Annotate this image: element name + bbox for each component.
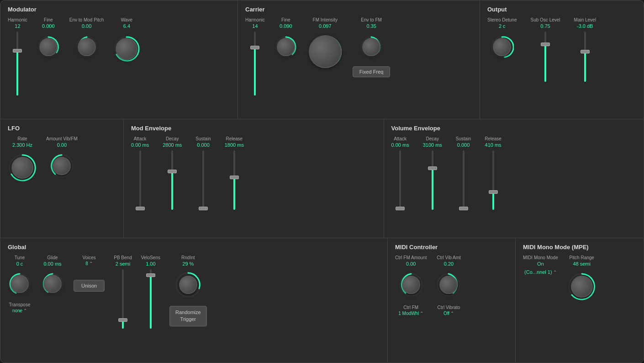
pb-bend-slider[interactable] bbox=[122, 269, 124, 338]
fine-knob[interactable] bbox=[39, 38, 58, 56]
ctrl-fm-amount-knob[interactable] bbox=[402, 276, 420, 294]
modulator-fine: Fine 0.000 bbox=[37, 17, 60, 59]
lfo-rate-knob[interactable] bbox=[11, 157, 33, 179]
voices-arrow: ⌃ bbox=[89, 261, 93, 266]
voices-dropdown[interactable]: 8 ⌃ bbox=[85, 261, 93, 266]
carrier-fine-knob-container[interactable] bbox=[274, 35, 298, 59]
output-sub-osc: Sub Osc Level 0.75 bbox=[531, 17, 560, 91]
modulator-wave: Wave 6.4 bbox=[113, 17, 140, 63]
env-fm-knob-container[interactable] bbox=[359, 35, 383, 59]
ctrl-vibrato-dropdown[interactable]: Off ⌃ bbox=[443, 311, 454, 316]
velo-sens-value: 1.00 bbox=[146, 261, 155, 267]
rnd-int-knob-container[interactable] bbox=[174, 271, 202, 299]
harmonic-thumb[interactable] bbox=[13, 49, 22, 53]
vol-attack-track bbox=[399, 150, 401, 210]
transpose-dropdown[interactable]: none ⌃ bbox=[12, 308, 27, 313]
velo-sens-slider[interactable] bbox=[150, 269, 152, 338]
mod-attack-slider[interactable] bbox=[139, 150, 141, 219]
midi-channel-dropdown[interactable]: (Co...nnel 1) ⌃ bbox=[524, 269, 557, 275]
pitch-range-knob[interactable] bbox=[571, 276, 593, 298]
vol-decay-track bbox=[432, 150, 433, 210]
tune-knob-container[interactable] bbox=[8, 272, 32, 296]
env-fm-label: Env to FM bbox=[361, 17, 382, 22]
mod-release-value: 1800 ms bbox=[225, 142, 244, 148]
mod-attack-thumb[interactable] bbox=[136, 207, 145, 210]
mod-sustain-track bbox=[202, 150, 204, 210]
carrier-fine: Fine 0.090 bbox=[274, 17, 298, 59]
velo-sens-fill bbox=[150, 275, 152, 329]
mod-sustain-slider[interactable] bbox=[202, 150, 204, 219]
pitch-range-knob-container[interactable] bbox=[567, 272, 596, 301]
fm-intensity-knob-container[interactable] bbox=[307, 33, 343, 70]
pb-bend-thumb[interactable] bbox=[118, 318, 127, 322]
tune-knob[interactable] bbox=[11, 275, 29, 293]
mod-release-slider[interactable] bbox=[233, 150, 235, 219]
main-container: Modulator Harmonic 12 Fine 0 bbox=[0, 0, 644, 363]
vol-sustain-thumb[interactable] bbox=[459, 207, 468, 210]
vol-release-thumb[interactable] bbox=[489, 190, 498, 194]
mod-decay-label: Decay bbox=[166, 136, 179, 141]
lfo-amount-value: 0.00 bbox=[57, 142, 67, 148]
global-glide: Glide 0.00 ms bbox=[41, 255, 64, 296]
stereo-detune-knob[interactable] bbox=[493, 38, 511, 56]
stereo-detune-knob-container[interactable] bbox=[490, 35, 514, 59]
randomize-button[interactable]: Randomize Trigger bbox=[169, 306, 207, 326]
carrier-harmonic-slider[interactable] bbox=[254, 32, 256, 105]
env-mod-value: 0.00 bbox=[82, 23, 91, 29]
main-level-value: -3.0 dB bbox=[577, 23, 593, 29]
mod-decay-thumb[interactable] bbox=[168, 170, 177, 173]
mod-release-thumb[interactable] bbox=[230, 176, 239, 179]
midi-pitch-range: Pitch Range 48 semi bbox=[567, 255, 596, 301]
ctrl-fm-label: Ctrl FM bbox=[403, 305, 418, 310]
env-fm-knob[interactable] bbox=[362, 38, 380, 56]
env-mod-knob-container[interactable] bbox=[75, 35, 99, 59]
mod-env-params: Attack 0.00 ms Decay 2800 ms bbox=[131, 136, 376, 219]
mod-sustain-thumb[interactable] bbox=[199, 207, 208, 210]
vol-release-slider[interactable] bbox=[492, 150, 494, 219]
vol-decay-thumb[interactable] bbox=[428, 166, 437, 170]
pitch-range-label: Pitch Range bbox=[569, 255, 594, 260]
fm-intensity-label: FM Intensity bbox=[313, 17, 338, 22]
carrier-harmonic: Harmonic 14 bbox=[245, 17, 265, 105]
sub-osc-thumb[interactable] bbox=[541, 43, 550, 46]
glide-knob-container[interactable] bbox=[41, 272, 64, 296]
output-stereo-detune: Stereo Detune 2 c bbox=[487, 17, 517, 59]
output-main-level: Main Level -3.0 dB bbox=[574, 17, 596, 91]
velo-sens-thumb[interactable] bbox=[146, 273, 155, 277]
vol-sustain-slider[interactable] bbox=[463, 150, 465, 219]
lfo-rate-knob-container[interactable] bbox=[8, 153, 37, 182]
pb-bend-track bbox=[122, 269, 124, 329]
main-level-thumb[interactable] bbox=[581, 50, 590, 53]
rnd-int-knob[interactable] bbox=[179, 276, 197, 294]
carrier-fine-label: Fine bbox=[281, 17, 290, 22]
vol-attack-slider[interactable] bbox=[399, 150, 401, 219]
fine-knob-container[interactable] bbox=[37, 35, 60, 59]
lfo-amount-knob-container[interactable] bbox=[49, 153, 74, 179]
ctrl-fm-dropdown[interactable]: 1 ModWhl ⌃ bbox=[398, 311, 423, 316]
wave-knob-container[interactable] bbox=[113, 35, 140, 63]
pitch-range-value: 48 semi bbox=[573, 261, 591, 267]
modulator-title: Modulator bbox=[8, 6, 230, 13]
mod-attack-label: Attack bbox=[134, 136, 147, 141]
panel-modulator: Modulator Harmonic 12 Fine 0 bbox=[0, 0, 238, 119]
env-mod-knob[interactable] bbox=[78, 38, 96, 56]
carrier-harmonic-thumb[interactable] bbox=[250, 46, 259, 49]
sub-osc-slider[interactable] bbox=[544, 32, 546, 91]
main-level-label: Main Level bbox=[574, 17, 596, 22]
unison-button[interactable]: Unison bbox=[74, 280, 105, 292]
fixed-freq-button[interactable]: Fixed Freq bbox=[353, 66, 391, 77]
ctrl-vib-amt-knob-container[interactable] bbox=[436, 272, 461, 298]
main-level-slider[interactable] bbox=[584, 32, 586, 91]
vol-decay-slider[interactable] bbox=[432, 150, 433, 219]
glide-knob[interactable] bbox=[43, 275, 62, 293]
ctrl-fm-amount-knob-container[interactable] bbox=[398, 272, 424, 298]
carrier-fine-knob[interactable] bbox=[277, 38, 295, 56]
vol-attack-thumb[interactable] bbox=[396, 207, 405, 210]
harmonic-slider[interactable] bbox=[16, 32, 18, 105]
vol-release-value: 410 ms bbox=[485, 142, 501, 148]
mod-decay-slider[interactable] bbox=[171, 150, 173, 219]
fm-intensity-knob[interactable] bbox=[309, 35, 342, 68]
harmonic-track bbox=[16, 32, 18, 96]
stereo-detune-label: Stereo Detune bbox=[487, 17, 517, 22]
carrier-harmonic-fill bbox=[254, 48, 256, 96]
